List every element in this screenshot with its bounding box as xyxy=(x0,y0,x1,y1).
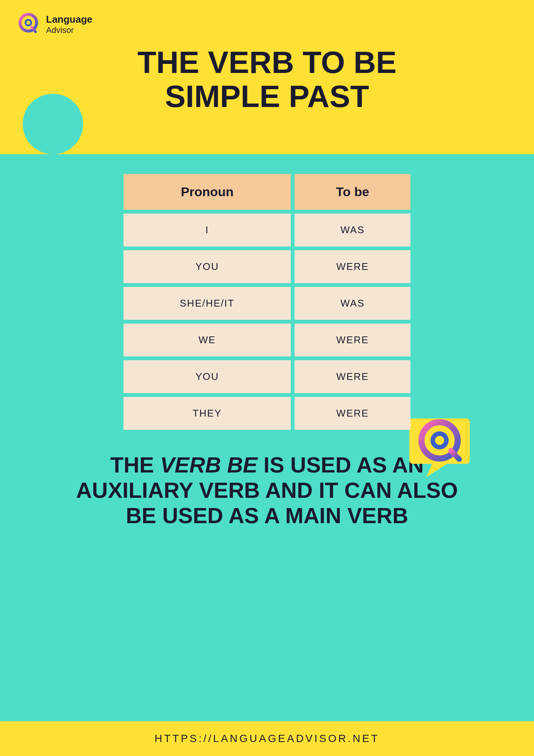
table-row: SHE/HE/ITWAS xyxy=(123,287,411,320)
table-row: IWAS xyxy=(123,214,411,246)
pronoun-cell: YOU xyxy=(123,250,291,283)
svg-point-8 xyxy=(435,436,444,445)
verb-cell: WERE xyxy=(295,250,411,283)
table-row: YOUWERE xyxy=(123,360,411,393)
pronoun-cell: YOU xyxy=(123,360,291,393)
teal-section: Pronoun To be IWASYOUWERESHE/HE/ITWASWEW… xyxy=(0,125,534,721)
tobe-header: To be xyxy=(295,174,411,210)
verb-cell: WERE xyxy=(295,397,411,430)
header-section: Language Advisor THE VERB TO BE SIMPLE P… xyxy=(0,0,534,125)
logo-area: Language Advisor xyxy=(15,11,519,38)
pronoun-cell: THEY xyxy=(123,397,291,430)
verb-cell: WAS xyxy=(295,287,411,320)
footer-section: HTTPS://LANGUAGEADVISOR.NET xyxy=(0,721,534,756)
pronoun-cell: I xyxy=(123,214,291,246)
verb-cell: WERE xyxy=(295,324,411,356)
svg-point-4 xyxy=(26,21,30,25)
table-row: WEWERE xyxy=(123,324,411,356)
table-row: YOUWERE xyxy=(123,250,411,283)
pronoun-cell: SHE/HE/IT xyxy=(123,287,291,320)
verb-table: Pronoun To be IWASYOUWERESHE/HE/ITWASWEW… xyxy=(120,170,414,434)
logo-advisor: Advisor xyxy=(46,25,93,35)
footer-url: HTTPS://LANGUAGEADVISOR.NET xyxy=(154,733,380,744)
pronoun-cell: WE xyxy=(123,324,291,356)
verb-cell: WAS xyxy=(295,214,411,246)
logo-text: Language Advisor xyxy=(46,14,93,36)
bottom-logo-icon xyxy=(406,415,474,483)
logo-language: Language xyxy=(46,14,93,25)
pronoun-header: Pronoun xyxy=(123,174,291,210)
logo-icon xyxy=(15,11,42,38)
main-title: THE VERB TO BE SIMPLE PAST xyxy=(15,45,519,125)
verb-cell: WERE xyxy=(295,360,411,393)
teal-content: Pronoun To be IWASYOUWERESHE/HE/ITWASWEW… xyxy=(30,147,504,543)
table-row: THEYWERE xyxy=(123,397,411,430)
